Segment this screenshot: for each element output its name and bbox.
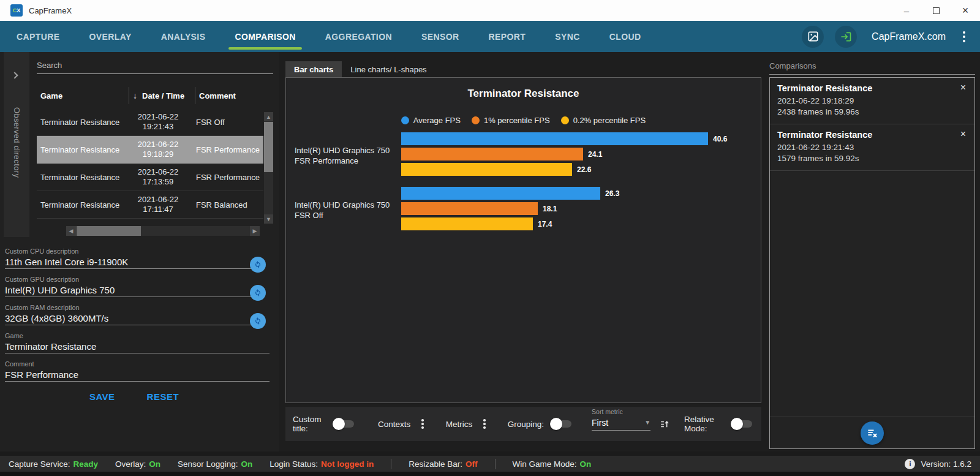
vertical-scroll-thumb[interactable] <box>264 122 273 172</box>
tab-bar-charts[interactable]: Bar charts <box>285 61 342 77</box>
group-label-line1: Intel(R) UHD Graphics 750 <box>295 145 401 156</box>
field-input[interactable]: 32GB (4x8GB) 3600MT/s <box>5 313 251 325</box>
save-button[interactable]: SAVE <box>89 391 115 402</box>
bar-value-label: 40.6 <box>713 135 727 143</box>
refresh-button[interactable] <box>250 285 266 301</box>
status-value: Off <box>466 459 478 469</box>
observed-directory-label: Observed directory <box>12 107 21 178</box>
row-time: 19:21:43 <box>125 122 191 132</box>
legend-item: 0.2% percentile FPS <box>561 116 646 125</box>
table-row[interactable]: Terminator Resistance2021-06-2217:13:59F… <box>37 164 263 191</box>
nav-tab-overlay[interactable]: OVERLAY <box>88 21 132 52</box>
nav-tab-report[interactable]: REPORT <box>487 21 527 52</box>
contexts-menu-button[interactable] <box>417 416 429 432</box>
bar-group: Intel(R) UHD Graphics 750FSR Performance… <box>286 132 761 178</box>
remove-comparison-button[interactable]: × <box>960 129 966 139</box>
field-input[interactable]: 11th Gen Intel Core i9-11900K <box>5 257 251 269</box>
refresh-button[interactable] <box>250 257 266 273</box>
refresh-button[interactable] <box>250 313 266 329</box>
clear-comparisons-button[interactable] <box>861 421 884 445</box>
nav-tab-capture[interactable]: CAPTURE <box>15 21 61 52</box>
field-input[interactable]: FSR Performance <box>5 369 270 382</box>
window-bottom-edge <box>0 472 980 476</box>
close-button[interactable]: × <box>951 0 980 21</box>
nav-tab-aggregation[interactable]: AGGREGATION <box>324 21 393 52</box>
relative-mode-toggle[interactable] <box>731 418 754 430</box>
column-header-date-time[interactable]: ↓Date / Time <box>129 87 195 104</box>
grouping-toggle[interactable] <box>550 418 573 430</box>
field-label: Game <box>5 332 273 339</box>
bar-value-label: 26.3 <box>605 189 619 198</box>
nav-tab-cloud[interactable]: CLOUD <box>608 21 643 52</box>
metrics-menu-button[interactable] <box>478 416 491 432</box>
bar-1-percentile-fps <box>401 148 583 161</box>
sort-direction-button[interactable] <box>659 418 671 430</box>
row-date: 2021-06-22 <box>125 140 191 149</box>
table-row[interactable]: Terminator Resistance2021-06-2219:18:29F… <box>37 136 263 164</box>
row-date: 2021-06-22 <box>125 195 191 205</box>
chart-tabs: Bar chartsLine charts/ L-shapes <box>285 61 761 77</box>
status-label: Sensor Logging: <box>178 459 238 469</box>
bar-0-2-percentile-fps <box>401 163 572 176</box>
row-time: 19:18:29 <box>125 149 191 159</box>
bar-groups: Intel(R) UHD Graphics 750FSR Performance… <box>286 132 761 233</box>
image-icon <box>807 31 819 42</box>
record-list-area: Search Game↓Date / TimeComment Terminato… <box>29 52 274 237</box>
column-header-label: Comment <box>199 91 236 100</box>
status-label: Win Game Mode: <box>513 459 577 469</box>
expand-chevron-icon[interactable] <box>11 72 18 78</box>
status-label: Login Status: <box>270 459 318 469</box>
custom-title-toggle[interactable] <box>333 418 356 430</box>
comparison-datetime: 2021-06-22 19:18:29 <box>777 96 967 107</box>
maximize-button[interactable] <box>921 0 951 21</box>
body: Observed directory Search Game↓Date / Ti… <box>0 52 980 451</box>
description-form: Custom CPU description11th Gen Intel Cor… <box>4 237 274 382</box>
brand-link[interactable]: CapFrameX.com <box>872 31 946 42</box>
table-row[interactable]: Terminator Resistance2021-06-2217:11:47F… <box>37 191 263 219</box>
scroll-down-button[interactable]: ▼ <box>264 214 273 224</box>
record-list-section: Observed directory Search Game↓Date / Ti… <box>4 52 274 237</box>
main-navbar: CAPTUREOVERLAYANALYSISCOMPARISONAGGREGAT… <box>0 21 980 52</box>
minimize-button[interactable]: – <box>892 0 921 21</box>
horizontal-scroll-thumb[interactable] <box>77 226 141 236</box>
nav-tab-analysis[interactable]: ANALYSIS <box>160 21 207 52</box>
column-header-game[interactable]: Game <box>37 87 129 104</box>
column-header-comment[interactable]: Comment <box>195 87 274 104</box>
status-items: Capture Service:ReadyOverlay:OnSensor Lo… <box>9 459 608 469</box>
table-row[interactable]: Terminator Resistance2021-06-2219:21:43F… <box>37 108 263 136</box>
sync-icon <box>253 288 263 298</box>
row-datetime-cell: 2021-06-2219:21:43 <box>125 112 191 132</box>
comparison-card: Terminator Resistance2021-06-22 19:21:43… <box>770 124 974 171</box>
sort-ascending-icon <box>659 418 671 430</box>
scroll-left-button[interactable]: ◀ <box>66 226 76 236</box>
comparisons-footer <box>770 417 974 448</box>
legend-dot-icon <box>401 116 409 124</box>
login-button[interactable] <box>835 26 857 48</box>
sort-descending-icon: ↓ <box>133 91 137 100</box>
legend-label: 1% percentile FPS <box>484 116 550 125</box>
field-custom-ram-description: Custom RAM description32GB (4x8GB) 3600M… <box>5 304 273 325</box>
screenshot-button[interactable] <box>802 26 824 48</box>
field-input[interactable]: Terminator Resistance <box>5 341 270 353</box>
remove-comparison-button[interactable]: × <box>960 83 966 93</box>
reset-button[interactable]: RESET <box>147 391 179 402</box>
horizontal-scrollbar[interactable]: ◀ ▶ <box>66 226 260 236</box>
scroll-up-button[interactable]: ▲ <box>264 112 273 121</box>
bar-row: 24.1 <box>401 148 761 161</box>
status-overlay-: Overlay:On <box>115 459 160 469</box>
login-icon <box>840 31 852 43</box>
field-input[interactable]: Intel(R) UHD Graphics 750 <box>5 285 251 297</box>
field-game: GameTerminator Resistance <box>5 332 273 353</box>
search-input[interactable]: Search <box>37 61 274 70</box>
nav-tab-comparison[interactable]: COMPARISON <box>233 21 296 52</box>
nav-tab-sync[interactable]: SYNC <box>554 21 581 52</box>
overflow-menu-button[interactable] <box>959 28 969 46</box>
sort-metric-label: Sort metric <box>592 408 623 415</box>
nav-tab-sensor[interactable]: SENSOR <box>420 21 461 52</box>
sort-metric-dropdown[interactable]: Sort metric First▼ <box>592 418 650 431</box>
tab-line-charts-l-shapes[interactable]: Line charts/ L-shapes <box>342 61 435 77</box>
scroll-right-button[interactable]: ▶ <box>250 226 260 236</box>
bar-group-label: Intel(R) UHD Graphics 750FSR Performance <box>286 132 401 178</box>
bar-group-label: Intel(R) UHD Graphics 750FSR Off <box>286 187 401 233</box>
vertical-scrollbar[interactable]: ▲ ▼ <box>264 112 273 224</box>
